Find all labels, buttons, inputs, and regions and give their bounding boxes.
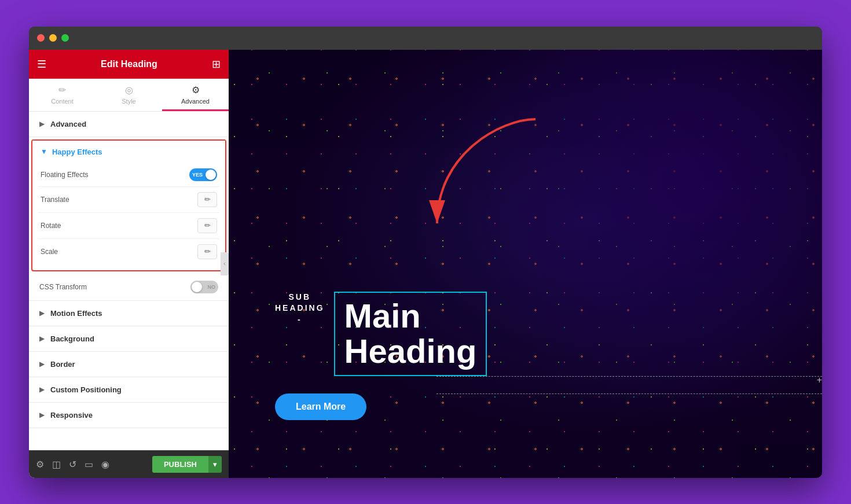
tab-content[interactable]: ✏ Content — [29, 79, 96, 111]
grid-icon[interactable]: ⊞ — [212, 58, 221, 71]
layers-icon[interactable]: ◫ — [52, 459, 61, 470]
history-icon[interactable]: ↺ — [69, 459, 76, 470]
toggle-no-label: NO — [208, 284, 216, 290]
css-transform-toggle[interactable]: NO — [190, 281, 218, 293]
selection-line-2 — [436, 393, 822, 394]
main-heading: Main Heading — [344, 299, 477, 369]
eye-icon[interactable]: ◉ — [101, 459, 109, 470]
translate-label: Translate — [41, 196, 69, 204]
advanced-tab-icon: ⚙ — [192, 84, 200, 95]
style-tab-icon: ◎ — [125, 84, 133, 95]
css-transform-label: CSS Transform — [39, 283, 87, 291]
motion-effects-label: Motion Effects — [50, 309, 102, 318]
tab-style[interactable]: ◎ Style — [96, 79, 162, 111]
tab-advanced[interactable]: ⚙ Advanced — [162, 79, 229, 111]
rotate-label: Rotate — [41, 222, 61, 230]
canvas-area: + SUB HEADING - Main Heading Learn More — [229, 50, 822, 478]
settings-icon[interactable]: ⚙ — [36, 459, 44, 470]
arrow-icon: ▶ — [39, 120, 45, 128]
section-motion-effects[interactable]: ▶ Motion Effects — [29, 301, 229, 326]
background-label: Background — [50, 334, 94, 343]
traffic-lights — [37, 34, 69, 42]
custom-positioning-arrow: ▶ — [39, 385, 45, 393]
happy-effects-arrow: ▼ — [41, 148, 47, 156]
learn-more-button[interactable]: Learn More — [275, 393, 366, 420]
css-transform-row: CSS Transform NO — [29, 274, 229, 301]
maximize-button[interactable] — [61, 34, 69, 42]
canvas-background: + SUB HEADING - Main Heading Learn More — [229, 50, 822, 478]
publish-dropdown-button[interactable]: ▾ — [208, 456, 222, 473]
rotate-row: Rotate ✏ — [38, 213, 219, 239]
canvas-content: SUB HEADING - Main Heading Learn More — [275, 292, 487, 420]
sub-heading: SUB HEADING - — [275, 292, 325, 326]
sidebar: ☰ Edit Heading ⊞ ✏ Content ◎ Style ⚙ Adv… — [29, 50, 229, 478]
selection-line-1 — [436, 376, 822, 377]
editor-window: ☰ Edit Heading ⊞ ✏ Content ◎ Style ⚙ Adv… — [29, 27, 822, 478]
section-border[interactable]: ▶ Border — [29, 352, 229, 377]
border-arrow: ▶ — [39, 360, 45, 368]
window-body: ☰ Edit Heading ⊞ ✏ Content ◎ Style ⚙ Adv… — [29, 50, 822, 478]
publish-button[interactable]: PUBLISH — [152, 456, 208, 473]
collapse-handle[interactable]: ‹ — [221, 252, 229, 275]
scale-edit-button[interactable]: ✏ — [197, 244, 217, 259]
scale-label: Scale — [41, 248, 58, 256]
toggle-yes-label: YES — [192, 172, 203, 178]
bottom-toolbar: ⚙ ◫ ↺ ▭ ◉ PUBLISH ▾ — [29, 450, 229, 478]
happy-effects-label: Happy Effects — [52, 148, 102, 156]
translate-row: Translate ✏ — [38, 187, 219, 213]
translate-edit-button[interactable]: ✏ — [197, 192, 217, 207]
sidebar-content: ▶ Advanced ▼ Happy Effects Floating Effe… — [29, 112, 229, 450]
scale-row: Scale ✏ — [38, 239, 219, 264]
main-heading-box: Main Heading — [334, 292, 487, 376]
desktop-icon[interactable]: ▭ — [85, 459, 93, 470]
css-toggle-knob — [192, 282, 202, 292]
hamburger-icon[interactable]: ☰ — [37, 58, 46, 71]
toggle-knob — [206, 170, 216, 180]
custom-positioning-label: Custom Positioning — [50, 385, 122, 394]
section-custom-positioning[interactable]: ▶ Custom Positioning — [29, 377, 229, 403]
minimize-button[interactable] — [49, 34, 57, 42]
happy-effects-header[interactable]: ▼ Happy Effects — [32, 141, 225, 163]
motion-effects-arrow: ▶ — [39, 309, 45, 317]
floating-effects-row: Floating Effects YES — [38, 163, 219, 187]
floating-effects-toggle[interactable]: YES — [189, 168, 217, 181]
background-arrow: ▶ — [39, 334, 45, 343]
responsive-arrow: ▶ — [39, 411, 45, 419]
section-background[interactable]: ▶ Background — [29, 326, 229, 352]
close-button[interactable] — [37, 34, 45, 42]
sidebar-header: ☰ Edit Heading ⊞ — [29, 50, 229, 79]
floating-effects-toggle-wrap: YES — [189, 168, 217, 181]
sidebar-tabs: ✏ Content ◎ Style ⚙ Advanced — [29, 79, 229, 112]
section-advanced[interactable]: ▶ Advanced — [29, 112, 229, 137]
title-bar — [29, 27, 822, 50]
sidebar-title: Edit Heading — [101, 59, 157, 69]
rotate-edit-button[interactable]: ✏ — [197, 218, 217, 233]
publish-btn-wrap: PUBLISH ▾ — [152, 456, 222, 473]
tab-content-label: Content — [51, 98, 74, 105]
floating-effects-label: Floating Effects — [41, 171, 89, 179]
responsive-label: Responsive — [50, 411, 93, 420]
happy-effects-section: ▼ Happy Effects Floating Effects YES — [31, 139, 226, 271]
selection-cross: + — [817, 375, 822, 385]
happy-effects-body: Floating Effects YES Translate ✏ — [32, 163, 225, 270]
content-tab-icon: ✏ — [58, 84, 66, 95]
tab-style-label: Style — [122, 98, 135, 105]
tab-advanced-label: Advanced — [181, 98, 210, 105]
section-advanced-label: Advanced — [50, 120, 86, 128]
border-label: Border — [50, 360, 75, 369]
section-responsive[interactable]: ▶ Responsive — [29, 403, 229, 428]
